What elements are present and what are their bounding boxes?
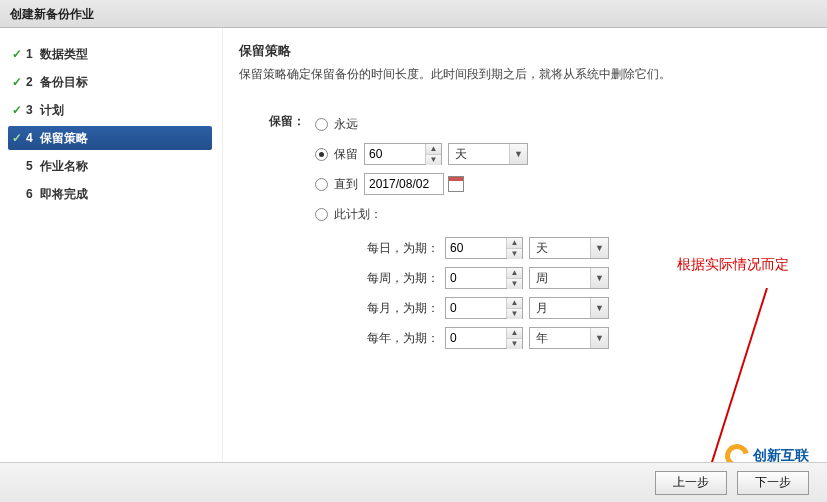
- schedule-label: 每年，为期：: [365, 330, 445, 347]
- window-title: 创建新备份作业: [0, 0, 827, 28]
- option-keep[interactable]: 保留 ▲▼ 天 ▼: [315, 141, 609, 167]
- select-value: 周: [530, 268, 590, 288]
- radio-icon[interactable]: [315, 208, 328, 221]
- spinner-value[interactable]: [446, 328, 506, 348]
- spinner-down-icon[interactable]: ▼: [507, 339, 522, 349]
- step-label: 即将完成: [40, 186, 88, 203]
- section-description: 保留策略确定保留备份的时间长度。此时间段到期之后，就将从系统中删除它们。: [239, 66, 807, 83]
- spinner-up-icon[interactable]: ▲: [507, 238, 522, 249]
- step-label: 计划: [40, 102, 64, 119]
- weekly-unit-select[interactable]: 周 ▼: [529, 267, 609, 289]
- step-retention[interactable]: ✓ 4 保留策略: [8, 126, 212, 150]
- option-label: 直到: [334, 176, 358, 193]
- main-panel: 保留策略 保留策略确定保留备份的时间长度。此时间段到期之后，就将从系统中删除它们…: [223, 28, 827, 502]
- until-date-input[interactable]: [364, 173, 444, 195]
- spinner-down-icon[interactable]: ▼: [507, 249, 522, 259]
- step-backup-target[interactable]: ✓ 2 备份目标: [8, 70, 212, 94]
- check-icon: ✓: [12, 47, 26, 61]
- step-number: 6: [26, 187, 40, 201]
- step-number: 1: [26, 47, 40, 61]
- section-title: 保留策略: [239, 42, 807, 60]
- check-icon: ✓: [12, 131, 26, 145]
- spinner-down-icon[interactable]: ▼: [426, 155, 441, 165]
- step-job-name[interactable]: 5 作业名称: [8, 154, 212, 178]
- monthly-unit-select[interactable]: 月 ▼: [529, 297, 609, 319]
- next-button[interactable]: 下一步: [737, 471, 809, 495]
- radio-icon[interactable]: [315, 118, 328, 131]
- daily-unit-select[interactable]: 天 ▼: [529, 237, 609, 259]
- radio-icon[interactable]: [315, 148, 328, 161]
- spinner-value[interactable]: [446, 298, 506, 318]
- chevron-down-icon[interactable]: ▼: [590, 298, 608, 318]
- wizard-steps: ✓ 1 数据类型 ✓ 2 备份目标 ✓ 3 计划 ✓ 4 保留策略 5 作业名称…: [0, 28, 223, 502]
- option-until[interactable]: 直到: [315, 171, 609, 197]
- spinner-up-icon[interactable]: ▲: [507, 298, 522, 309]
- step-number: 2: [26, 75, 40, 89]
- spinner-value[interactable]: [446, 238, 506, 258]
- schedule-label: 每月，为期：: [365, 300, 445, 317]
- spinner-value[interactable]: [446, 268, 506, 288]
- option-label: 保留: [334, 146, 358, 163]
- step-number: 5: [26, 159, 40, 173]
- keep-duration-value[interactable]: [365, 144, 425, 164]
- step-finish[interactable]: 6 即将完成: [8, 182, 212, 206]
- step-number: 3: [26, 103, 40, 117]
- yearly-value-input[interactable]: ▲▼: [445, 327, 523, 349]
- keep-unit-select[interactable]: 天 ▼: [448, 143, 528, 165]
- yearly-unit-select[interactable]: 年 ▼: [529, 327, 609, 349]
- chevron-down-icon[interactable]: ▼: [590, 328, 608, 348]
- chevron-down-icon[interactable]: ▼: [590, 268, 608, 288]
- check-icon: ✓: [12, 103, 26, 117]
- daily-value-input[interactable]: ▲▼: [445, 237, 523, 259]
- footer-bar: 上一步 下一步: [0, 462, 827, 502]
- monthly-value-input[interactable]: ▲▼: [445, 297, 523, 319]
- step-schedule[interactable]: ✓ 3 计划: [8, 98, 212, 122]
- option-forever[interactable]: 永远: [315, 111, 609, 137]
- step-label: 备份目标: [40, 74, 88, 91]
- radio-icon[interactable]: [315, 178, 328, 191]
- step-label: 作业名称: [40, 158, 88, 175]
- select-value: 年: [530, 328, 590, 348]
- step-number: 4: [26, 131, 40, 145]
- option-this-schedule[interactable]: 此计划：: [315, 201, 609, 227]
- spinner-up-icon[interactable]: ▲: [507, 328, 522, 339]
- step-label: 保留策略: [40, 130, 88, 147]
- weekly-value-input[interactable]: ▲▼: [445, 267, 523, 289]
- prev-button[interactable]: 上一步: [655, 471, 727, 495]
- schedule-label: 每周，为期：: [365, 270, 445, 287]
- select-value: 月: [530, 298, 590, 318]
- option-label: 此计划：: [334, 206, 382, 223]
- step-label: 数据类型: [40, 46, 88, 63]
- schedule-weekly: 每周，为期： ▲▼ 周 ▼: [365, 263, 609, 293]
- select-value: 天: [530, 238, 590, 258]
- keep-duration-input[interactable]: ▲▼: [364, 143, 442, 165]
- option-label: 永远: [334, 116, 358, 133]
- spinner-up-icon[interactable]: ▲: [507, 268, 522, 279]
- select-value: 天: [449, 144, 509, 164]
- step-data-type[interactable]: ✓ 1 数据类型: [8, 42, 212, 66]
- chevron-down-icon[interactable]: ▼: [509, 144, 527, 164]
- spinner-down-icon[interactable]: ▼: [507, 279, 522, 289]
- check-icon: ✓: [12, 75, 26, 89]
- spinner-up-icon[interactable]: ▲: [426, 144, 441, 155]
- schedule-daily: 每日，为期： ▲▼ 天 ▼: [365, 233, 609, 263]
- spinner-down-icon[interactable]: ▼: [507, 309, 522, 319]
- schedule-monthly: 每月，为期： ▲▼ 月 ▼: [365, 293, 609, 323]
- calendar-icon[interactable]: [448, 176, 464, 192]
- schedule-yearly: 每年，为期： ▲▼ 年 ▼: [365, 323, 609, 353]
- schedule-label: 每日，为期：: [365, 240, 445, 257]
- retain-label: 保留：: [239, 111, 305, 130]
- schedule-block: 每日，为期： ▲▼ 天 ▼ 每周，为期：: [365, 233, 609, 353]
- chevron-down-icon[interactable]: ▼: [590, 238, 608, 258]
- annotation-text: 根据实际情况而定: [677, 256, 789, 274]
